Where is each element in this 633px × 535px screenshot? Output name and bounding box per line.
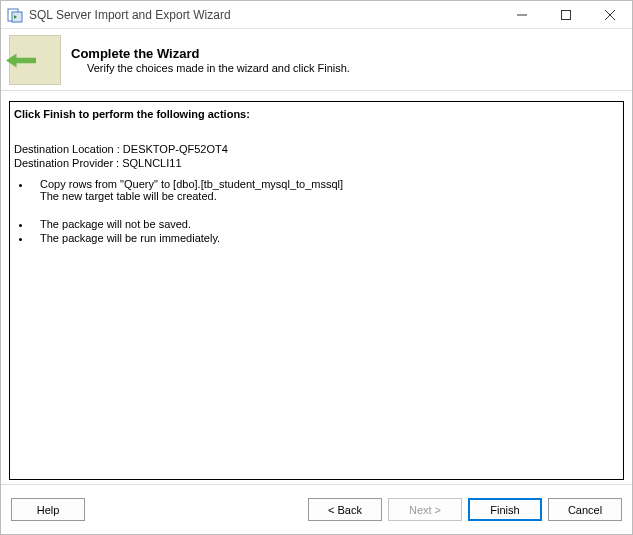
actions-list: Copy rows from "Query" to [dbo].[tb_stud… [14, 178, 619, 202]
content-wrap: Click Finish to perform the following ac… [1, 91, 632, 484]
wizard-footer: Help < Back Next > Finish Cancel [1, 484, 632, 534]
cancel-button[interactable]: Cancel [548, 498, 622, 521]
action-item: The package will not be saved. [32, 218, 619, 230]
action-text: The package will be run immediately. [40, 232, 220, 244]
action-text: Copy rows from "Query" to [dbo].[tb_stud… [40, 178, 343, 190]
action-item: The package will be run immediately. [32, 232, 619, 244]
wizard-step-icon [9, 35, 61, 85]
header-text: Complete the Wizard Verify the choices m… [71, 46, 350, 74]
app-icon [7, 7, 23, 23]
next-button: Next > [388, 498, 462, 521]
destination-location: Destination Location : DESKTOP-QF52OT4 [14, 142, 619, 156]
window-title: SQL Server Import and Export Wizard [29, 8, 231, 22]
maximize-button[interactable] [544, 1, 588, 29]
help-button[interactable]: Help [11, 498, 85, 521]
wizard-window: SQL Server Import and Export Wizard Comp… [0, 0, 633, 535]
svg-rect-3 [562, 10, 571, 19]
wizard-header: Complete the Wizard Verify the choices m… [1, 29, 632, 91]
minimize-button[interactable] [500, 1, 544, 29]
action-text: The package will not be saved. [40, 218, 191, 230]
titlebar: SQL Server Import and Export Wizard [1, 1, 632, 29]
window-controls [500, 1, 632, 29]
summary-box: Click Finish to perform the following ac… [9, 101, 624, 480]
destination-provider: Destination Provider : SQLNCLI11 [14, 156, 619, 170]
destination-info: Destination Location : DESKTOP-QF52OT4 D… [14, 142, 619, 170]
close-button[interactable] [588, 1, 632, 29]
page-title: Complete the Wizard [71, 46, 350, 61]
finish-button[interactable]: Finish [468, 498, 542, 521]
action-item: Copy rows from "Query" to [dbo].[tb_stud… [32, 178, 619, 202]
back-button[interactable]: < Back [308, 498, 382, 521]
page-subtitle: Verify the choices made in the wizard an… [71, 62, 350, 74]
summary-heading: Click Finish to perform the following ac… [14, 108, 619, 120]
actions-list-2: The package will not be saved. The packa… [14, 218, 619, 244]
action-subtext: The new target table will be created. [40, 190, 619, 202]
titlebar-left: SQL Server Import and Export Wizard [7, 7, 231, 23]
